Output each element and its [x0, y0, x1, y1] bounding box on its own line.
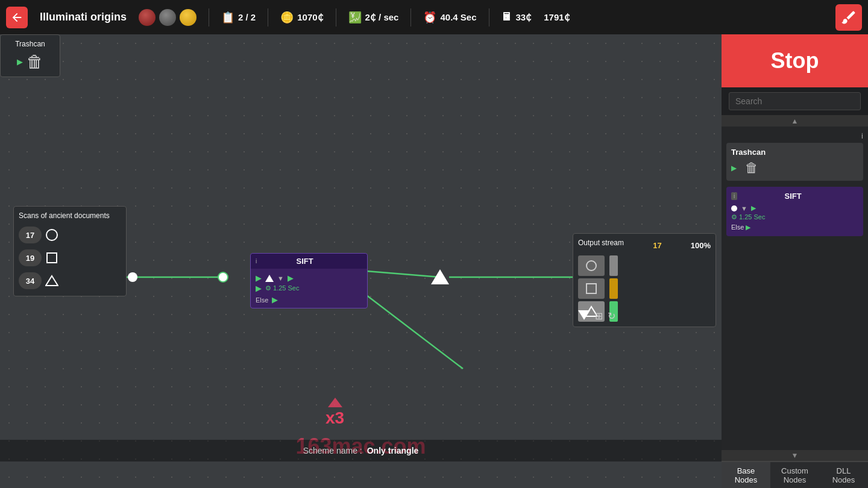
sift-node-header: i SIFT — [251, 254, 367, 269]
trashcan-play-button[interactable]: ▶ — [17, 57, 23, 66]
sift-title: SIFT — [297, 257, 313, 266]
sift-play-left2[interactable]: ▶ — [256, 284, 262, 293]
sift-play-left[interactable]: ▶ — [256, 274, 262, 283]
sift-timer: ⚙ 1.25 Sec — [265, 284, 299, 292]
item-row-2: 19 — [19, 248, 121, 268]
scroll-up-arrow[interactable]: ▲ — [722, 116, 868, 127]
tab-dll-nodes[interactable]: DLLNodes — [819, 461, 868, 488]
x3-label: x3 — [326, 408, 344, 428]
achievement-badges — [139, 9, 197, 26]
output-refresh-icon: ↻ — [608, 310, 615, 322]
output-bar-tan — [609, 278, 618, 299]
source-node: Scans of ancient documents 17 19 34 — [13, 206, 127, 296]
canvas-area[interactable]: Scans of ancient documents 17 19 34 i SI… — [0, 34, 722, 488]
separator — [209, 8, 209, 27]
queue-icon: 📋 — [221, 11, 234, 24]
source-node-title: Scans of ancient documents — [19, 211, 121, 220]
sift-timer-row: ▶ ⚙ 1.25 Sec — [256, 284, 362, 293]
stat-calc: 🖩 33₵ — [502, 11, 532, 23]
sift-output-right[interactable]: ▶ — [288, 274, 294, 283]
sift-info-badge: i — [256, 258, 257, 264]
trashcan-icon: 🗑 — [27, 52, 43, 72]
panel-trashcan-icon: 🗑 — [745, 160, 758, 176]
back-button[interactable] — [6, 7, 28, 28]
sift-panel-title: SIFT — [785, 192, 802, 201]
stat-rate: 💹 2₵ / sec — [348, 11, 399, 24]
corner-button[interactable] — [835, 4, 862, 31]
item-badge-square: 19 — [19, 249, 42, 266]
game-title: Illuminati origins — [40, 11, 127, 23]
trashcan-canvas-title: Trashcan — [15, 40, 45, 48]
svg-line-3 — [366, 271, 440, 277]
scroll-down-arrow[interactable]: ▼ — [722, 450, 868, 461]
panel-sift-card: i SIFT ▼ ▶ ⚙ 1.25 Sec Else ▶ — [726, 187, 863, 236]
sift-panel-info: i — [731, 192, 737, 200]
output-count: 17 — [653, 241, 661, 250]
sift-filter-row: ▶ ▼ ▶ — [256, 274, 362, 283]
output-node-title: Output stream — [578, 239, 624, 247]
svg-marker-4 — [431, 269, 449, 284]
x3-badge: x3 — [326, 396, 344, 428]
clock-icon: ⏰ — [423, 11, 436, 24]
badge-gold — [180, 9, 197, 26]
svg-marker-15 — [328, 398, 342, 407]
panel-node-list: i Trashcan ▶ 🗑 i SIFT ▼ ▶ ⚙ 1.25 Sec — [722, 127, 868, 450]
output-layers-icon: ⊞ — [595, 310, 603, 322]
right-panel: Stop ▲ i Trashcan ▶ 🗑 i SIFT — [722, 34, 868, 488]
tab-base-nodes[interactable]: BaseNodes — [722, 461, 770, 488]
scheme-value: Only triangle — [367, 446, 419, 455]
scheme-label: Scheme name : — [303, 446, 362, 455]
sift-panel-header: i SIFT — [731, 192, 858, 201]
panel-trashcan-title: Trashcan — [731, 148, 858, 157]
trashcan-canvas-node: Trashcan ▶ 🗑 — [0, 34, 60, 77]
svg-point-1 — [128, 272, 137, 282]
sift-else-label: Else — [256, 296, 268, 304]
stop-button[interactable]: Stop — [722, 34, 868, 87]
output-stream-node: Output stream 17 100% — [573, 233, 716, 327]
stat-time: ⏰ 40.4 Sec — [423, 11, 476, 24]
panel-trashcan-play[interactable]: ▶ — [731, 164, 737, 172]
rate-icon: 💹 — [348, 11, 362, 24]
output-bar-gray — [609, 255, 618, 276]
sift-panel-timer-row: ⚙ 1.25 Sec — [731, 213, 858, 221]
item-row-1: 17 — [19, 225, 121, 245]
tab-custom-nodes[interactable]: CustomNodes — [770, 461, 819, 488]
badge-red — [139, 9, 156, 26]
sift-arrow-down: ▼ — [277, 275, 284, 282]
panel-tabs: BaseNodes CustomNodes DLLNodes — [722, 461, 868, 488]
output-triangle-down — [578, 310, 590, 320]
panel-info-button[interactable]: i — [861, 131, 863, 140]
output-percent: 100% — [691, 241, 711, 250]
coin-icon: 🪙 — [280, 11, 294, 24]
svg-point-2 — [218, 272, 228, 282]
sift-node-body: ▶ ▼ ▶ ▶ ⚙ 1.25 Sec Else ▶ — [251, 269, 367, 308]
sift-canvas-node: i SIFT ▶ ▼ ▶ ▶ ⚙ 1.25 Sec Else ▶ — [250, 253, 368, 308]
item-row-3: 34 — [19, 271, 121, 291]
badge-gray — [159, 9, 176, 26]
panel-trashcan-card: Trashcan ▶ 🗑 — [726, 143, 863, 181]
svg-rect-10 — [47, 253, 57, 263]
output-slot-square — [578, 278, 605, 299]
sift-else-output[interactable]: ▶ — [272, 295, 278, 304]
separator4 — [410, 8, 411, 27]
calc-icon: 🖩 — [502, 11, 512, 23]
search-input[interactable] — [729, 92, 861, 110]
sift-else-row: Else ▶ — [256, 295, 362, 304]
item-badge-triangle: 34 — [19, 272, 42, 289]
separator3 — [336, 8, 336, 27]
stat-total: 1791₵ — [544, 12, 570, 23]
search-bar — [722, 87, 868, 116]
sift-panel-right[interactable]: ▶ — [751, 204, 756, 212]
svg-rect-13 — [587, 284, 596, 293]
sift-panel-dot — [731, 205, 737, 211]
svg-point-9 — [46, 230, 57, 240]
sift-panel-else: Else ▶ — [731, 224, 858, 231]
sift-triangle-up-icon — [265, 275, 274, 282]
topbar: Illuminati origins 📋 2 / 2 🪙 1070₵ 💹 2₵ … — [0, 0, 868, 34]
stat-coins: 🪙 1070₵ — [280, 11, 323, 24]
separator5 — [489, 8, 489, 27]
svg-point-12 — [587, 261, 596, 271]
sift-panel-timer: ⚙ 1.25 Sec — [731, 213, 765, 221]
svg-line-6 — [366, 295, 463, 369]
sift-panel-else-arrow[interactable]: ▶ — [746, 224, 750, 231]
